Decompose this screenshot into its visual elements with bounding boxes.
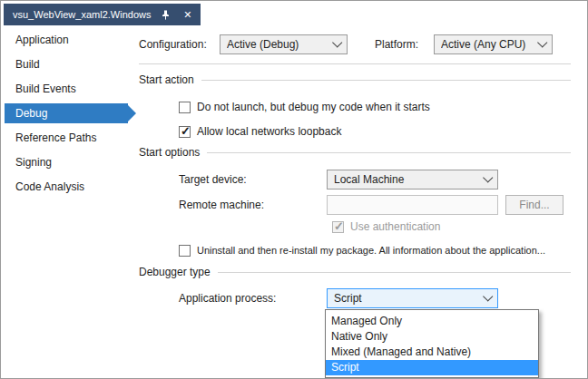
- checkbox-row-no-launch[interactable]: Do not launch, but debug my code when it…: [179, 100, 430, 114]
- checkbox-row-uninstall[interactable]: Uninstall and then re-install my package…: [179, 243, 545, 258]
- configuration-select[interactable]: Active (Debug): [220, 34, 348, 54]
- properties-sidebar: Application Build Build Events Debug Ref…: [1, 25, 137, 197]
- section-start-action: Start action: [139, 73, 571, 86]
- target-device-value: Local Machine: [334, 173, 478, 186]
- configuration-label: Configuration:: [139, 38, 207, 51]
- platform-select[interactable]: Active (Any CPU): [434, 34, 553, 54]
- checkbox-loopback[interactable]: [179, 126, 191, 138]
- checkbox-row-loopback[interactable]: Allow local networks loopback: [179, 124, 341, 139]
- chevron-down-icon: [483, 291, 493, 301]
- checkbox-no-launch[interactable]: [179, 102, 191, 113]
- remote-machine-label: Remote machine:: [179, 199, 264, 211]
- dropdown-option-script[interactable]: Script: [326, 360, 538, 375]
- chevron-down-icon: [483, 172, 493, 182]
- chevron-down-icon: [537, 37, 547, 47]
- section-divider: [207, 152, 571, 153]
- checkbox-uninstall[interactable]: [179, 245, 191, 257]
- document-tab[interactable]: vsu_WebView_xaml2.Windows ✕: [4, 4, 201, 25]
- tab-title: vsu_WebView_xaml2.Windows: [13, 9, 151, 20]
- section-title-start-action: Start action: [139, 73, 194, 86]
- sidebar-item-application[interactable]: Application: [5, 30, 128, 50]
- sidebar-item-code-analysis[interactable]: Code Analysis: [5, 177, 128, 197]
- target-device-label: Target device:: [179, 173, 247, 186]
- checkbox-use-authentication[interactable]: [332, 221, 344, 233]
- pin-icon[interactable]: [159, 8, 172, 22]
- divider: [139, 63, 571, 64]
- section-title-start-options: Start options: [139, 146, 200, 159]
- sidebar-item-build[interactable]: Build: [5, 54, 128, 74]
- dropdown-option-native-only[interactable]: Native Only: [326, 329, 538, 345]
- configuration-value: Active (Debug): [227, 38, 328, 51]
- platform-value: Active (Any CPU): [441, 38, 533, 51]
- sidebar-item-debug[interactable]: Debug: [5, 103, 128, 123]
- find-button[interactable]: Find...: [505, 195, 564, 215]
- target-device-select[interactable]: Local Machine: [327, 170, 498, 190]
- pin-icon-glyph: [161, 10, 171, 20]
- checkbox-row-use-authentication[interactable]: Use authentication: [332, 219, 440, 234]
- section-title-debugger-type: Debugger type: [139, 266, 211, 278]
- checkbox-loopback-label[interactable]: Allow local networks loopback: [197, 125, 341, 138]
- project-properties-window: vsu_WebView_xaml2.Windows ✕ Application …: [0, 0, 588, 379]
- close-icon[interactable]: ✕: [181, 8, 194, 22]
- dropdown-option-managed-only[interactable]: Managed Only: [326, 314, 538, 329]
- sidebar-item-signing[interactable]: Signing: [5, 152, 128, 172]
- application-process-dropdown: Managed Only Native Only Mixed (Managed …: [325, 309, 539, 378]
- checkbox-uninstall-label[interactable]: Uninstall and then re-install my package…: [197, 245, 545, 256]
- dropdown-option-mixed[interactable]: Mixed (Managed and Native): [326, 345, 538, 360]
- platform-label: Platform:: [375, 38, 418, 51]
- checkbox-no-launch-label[interactable]: Do not launch, but debug my code when it…: [197, 101, 430, 113]
- section-divider: [201, 80, 571, 81]
- section-start-options: Start options: [139, 146, 571, 159]
- sidebar-item-reference-paths[interactable]: Reference Paths: [5, 128, 128, 148]
- section-debugger-type: Debugger type: [139, 266, 571, 278]
- chevron-down-icon: [332, 37, 342, 47]
- application-process-select[interactable]: Script: [327, 288, 498, 308]
- remote-machine-input[interactable]: [327, 195, 498, 215]
- application-process-value: Script: [334, 292, 478, 305]
- application-process-label: Application process:: [179, 292, 276, 305]
- checkbox-use-authentication-label[interactable]: Use authentication: [350, 220, 440, 233]
- section-divider: [218, 272, 571, 273]
- sidebar-item-build-events[interactable]: Build Events: [5, 79, 128, 99]
